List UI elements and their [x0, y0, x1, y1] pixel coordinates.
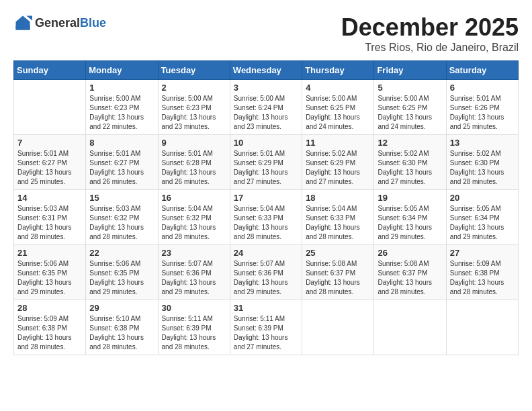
calendar-cell: [446, 300, 518, 355]
calendar-cell: 16Sunrise: 5:04 AMSunset: 6:32 PMDayligh…: [158, 190, 230, 245]
day-number: 7: [17, 138, 82, 148]
title-area: December 2025 Tres Rios, Rio de Janeiro,…: [341, 13, 519, 54]
day-info: Sunrise: 5:02 AMSunset: 6:30 PMDaylight:…: [450, 149, 515, 187]
day-number: 8: [89, 138, 154, 148]
calendar-cell: 25Sunrise: 5:08 AMSunset: 6:37 PMDayligh…: [302, 245, 374, 300]
calendar-cell: 8Sunrise: 5:01 AMSunset: 6:27 PMDaylight…: [86, 135, 158, 190]
calendar-cell: 27Sunrise: 5:09 AMSunset: 6:38 PMDayligh…: [446, 245, 518, 300]
day-info: Sunrise: 5:11 AMSunset: 6:39 PMDaylight:…: [234, 314, 298, 352]
calendar-cell: 29Sunrise: 5:10 AMSunset: 6:38 PMDayligh…: [86, 300, 158, 355]
day-number: 11: [306, 138, 370, 148]
day-info: Sunrise: 5:01 AMSunset: 6:27 PMDaylight:…: [89, 149, 154, 187]
day-info: Sunrise: 5:00 AMSunset: 6:23 PMDaylight:…: [89, 94, 154, 132]
day-number: 4: [306, 83, 370, 93]
day-number: 28: [17, 303, 82, 313]
day-info: Sunrise: 5:06 AMSunset: 6:35 PMDaylight:…: [89, 259, 154, 297]
logo: GeneralBlue: [13, 13, 106, 32]
calendar-cell: 5Sunrise: 5:00 AMSunset: 6:25 PMDaylight…: [374, 80, 446, 135]
day-number: 25: [306, 248, 370, 258]
weekday-header-tuesday: Tuesday: [158, 61, 230, 80]
day-info: Sunrise: 5:09 AMSunset: 6:38 PMDaylight:…: [17, 314, 82, 352]
weekday-header-row: SundayMondayTuesdayWednesdayThursdayFrid…: [14, 61, 519, 80]
day-info: Sunrise: 5:01 AMSunset: 6:26 PMDaylight:…: [450, 94, 515, 132]
day-number: 20: [450, 193, 515, 203]
calendar-cell: 20Sunrise: 5:05 AMSunset: 6:34 PMDayligh…: [446, 190, 518, 245]
day-number: 30: [162, 303, 226, 313]
day-number: 10: [234, 138, 298, 148]
day-number: 1: [89, 83, 154, 93]
calendar-cell: 9Sunrise: 5:01 AMSunset: 6:28 PMDaylight…: [158, 135, 230, 190]
day-number: 18: [306, 193, 370, 203]
day-info: Sunrise: 5:02 AMSunset: 6:29 PMDaylight:…: [306, 149, 370, 187]
day-number: 15: [89, 193, 154, 203]
day-number: 17: [234, 193, 298, 203]
day-info: Sunrise: 5:07 AMSunset: 6:36 PMDaylight:…: [234, 259, 298, 297]
day-number: 16: [162, 193, 226, 203]
day-number: 27: [450, 248, 515, 258]
calendar-cell: 6Sunrise: 5:01 AMSunset: 6:26 PMDaylight…: [446, 80, 518, 135]
day-info: Sunrise: 5:11 AMSunset: 6:39 PMDaylight:…: [162, 314, 226, 352]
day-info: Sunrise: 5:01 AMSunset: 6:29 PMDaylight:…: [234, 149, 298, 187]
calendar-cell: 4Sunrise: 5:00 AMSunset: 6:25 PMDaylight…: [302, 80, 374, 135]
calendar-cell: 23Sunrise: 5:07 AMSunset: 6:36 PMDayligh…: [158, 245, 230, 300]
calendar-cell: 12Sunrise: 5:02 AMSunset: 6:30 PMDayligh…: [374, 135, 446, 190]
week-row-1: 1Sunrise: 5:00 AMSunset: 6:23 PMDaylight…: [14, 80, 519, 135]
day-number: 13: [450, 138, 515, 148]
day-info: Sunrise: 5:01 AMSunset: 6:27 PMDaylight:…: [17, 149, 82, 187]
calendar-cell: 14Sunrise: 5:03 AMSunset: 6:31 PMDayligh…: [14, 190, 86, 245]
day-number: 9: [162, 138, 226, 148]
day-info: Sunrise: 5:04 AMSunset: 6:32 PMDaylight:…: [162, 204, 226, 242]
weekday-header-monday: Monday: [86, 61, 158, 80]
calendar-cell: 31Sunrise: 5:11 AMSunset: 6:39 PMDayligh…: [230, 300, 302, 355]
day-info: Sunrise: 5:04 AMSunset: 6:33 PMDaylight:…: [306, 204, 370, 242]
day-number: 24: [234, 248, 298, 258]
calendar-cell: 11Sunrise: 5:02 AMSunset: 6:29 PMDayligh…: [302, 135, 374, 190]
day-info: Sunrise: 5:01 AMSunset: 6:28 PMDaylight:…: [162, 149, 226, 187]
day-number: 12: [378, 138, 442, 148]
svg-rect-3: [16, 26, 30, 30]
month-title: December 2025: [341, 13, 519, 42]
day-info: Sunrise: 5:02 AMSunset: 6:30 PMDaylight:…: [378, 149, 442, 187]
day-info: Sunrise: 5:07 AMSunset: 6:36 PMDaylight:…: [162, 259, 226, 297]
day-info: Sunrise: 5:10 AMSunset: 6:38 PMDaylight:…: [89, 314, 154, 352]
day-info: Sunrise: 5:00 AMSunset: 6:25 PMDaylight:…: [306, 94, 370, 132]
day-number: 29: [89, 303, 154, 313]
day-info: Sunrise: 5:00 AMSunset: 6:25 PMDaylight:…: [378, 94, 442, 132]
calendar-cell: 13Sunrise: 5:02 AMSunset: 6:30 PMDayligh…: [446, 135, 518, 190]
weekday-header-thursday: Thursday: [302, 61, 374, 80]
weekday-header-wednesday: Wednesday: [230, 61, 302, 80]
day-info: Sunrise: 5:08 AMSunset: 6:37 PMDaylight:…: [378, 259, 442, 297]
calendar-cell: 17Sunrise: 5:04 AMSunset: 6:33 PMDayligh…: [230, 190, 302, 245]
day-number: 19: [378, 193, 442, 203]
calendar-cell: 22Sunrise: 5:06 AMSunset: 6:35 PMDayligh…: [86, 245, 158, 300]
day-info: Sunrise: 5:05 AMSunset: 6:34 PMDaylight:…: [450, 204, 515, 242]
calendar-cell: 26Sunrise: 5:08 AMSunset: 6:37 PMDayligh…: [374, 245, 446, 300]
calendar-cell: [14, 80, 86, 135]
calendar-cell: [302, 300, 374, 355]
day-info: Sunrise: 5:08 AMSunset: 6:37 PMDaylight:…: [306, 259, 370, 297]
calendar-table: SundayMondayTuesdayWednesdayThursdayFrid…: [13, 60, 519, 355]
weekday-header-friday: Friday: [374, 61, 446, 80]
logo-general: General: [35, 16, 80, 30]
day-number: 2: [162, 83, 226, 93]
week-row-5: 28Sunrise: 5:09 AMSunset: 6:38 PMDayligh…: [14, 300, 519, 355]
weekday-header-saturday: Saturday: [446, 61, 518, 80]
day-number: 6: [450, 83, 515, 93]
day-info: Sunrise: 5:03 AMSunset: 6:32 PMDaylight:…: [89, 204, 154, 242]
logo-blue: Blue: [80, 16, 106, 30]
calendar-cell: 1Sunrise: 5:00 AMSunset: 6:23 PMDaylight…: [86, 80, 158, 135]
day-number: 3: [234, 83, 298, 93]
day-info: Sunrise: 5:05 AMSunset: 6:34 PMDaylight:…: [378, 204, 442, 242]
day-number: 5: [378, 83, 442, 93]
calendar-cell: 10Sunrise: 5:01 AMSunset: 6:29 PMDayligh…: [230, 135, 302, 190]
calendar-cell: 3Sunrise: 5:00 AMSunset: 6:24 PMDaylight…: [230, 80, 302, 135]
calendar-cell: 24Sunrise: 5:07 AMSunset: 6:36 PMDayligh…: [230, 245, 302, 300]
day-info: Sunrise: 5:06 AMSunset: 6:35 PMDaylight:…: [17, 259, 82, 297]
calendar-cell: 28Sunrise: 5:09 AMSunset: 6:38 PMDayligh…: [14, 300, 86, 355]
calendar-cell: 21Sunrise: 5:06 AMSunset: 6:35 PMDayligh…: [14, 245, 86, 300]
day-info: Sunrise: 5:04 AMSunset: 6:33 PMDaylight:…: [234, 204, 298, 242]
day-number: 21: [17, 248, 82, 258]
day-number: 23: [162, 248, 226, 258]
calendar-cell: 7Sunrise: 5:01 AMSunset: 6:27 PMDaylight…: [14, 135, 86, 190]
calendar-cell: 18Sunrise: 5:04 AMSunset: 6:33 PMDayligh…: [302, 190, 374, 245]
